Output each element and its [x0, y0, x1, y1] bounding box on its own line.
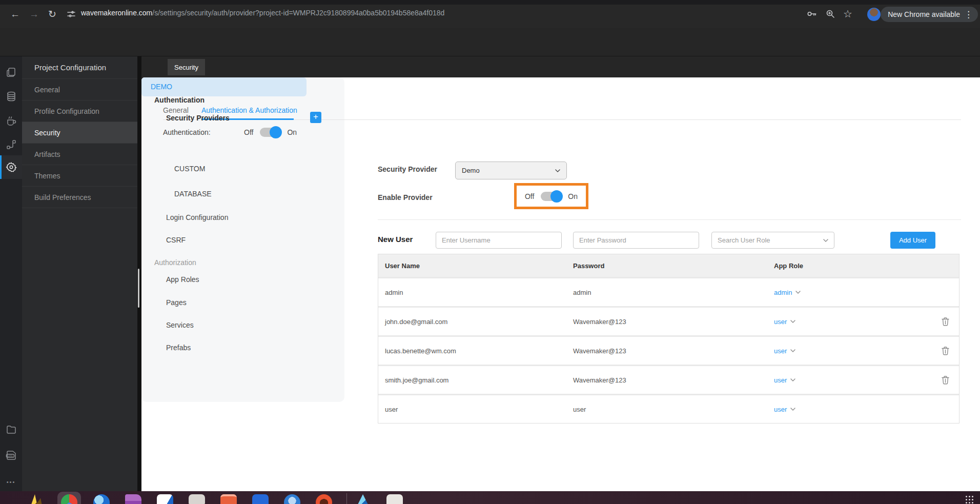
- col-app-role: App Role: [768, 262, 911, 270]
- rhythmbox-icon[interactable]: [189, 494, 205, 504]
- provider-item-demo[interactable]: DEMO: [141, 77, 307, 96]
- prefabs-item[interactable]: Prefabs: [166, 344, 191, 352]
- url-path: /s/settings/security/auth/provider?proje…: [152, 9, 444, 17]
- screen: ← → ↻ wavemakeronline.com/s/settings/sec…: [0, 0, 980, 504]
- help-icon[interactable]: [284, 494, 300, 504]
- gimp-icon[interactable]: [27, 494, 43, 504]
- security-settings-panel: General Authentication & Authorization A…: [141, 77, 980, 504]
- passwords-key-icon[interactable]: [807, 10, 817, 18]
- connectors-icon[interactable]: [0, 133, 22, 156]
- delete-user-icon[interactable]: [941, 375, 950, 385]
- log-file-icon[interactable]: LOG: [0, 443, 22, 467]
- show-apps-icon[interactable]: [966, 496, 974, 504]
- new-user-label: New User: [378, 235, 413, 244]
- add-provider-button[interactable]: +: [310, 112, 321, 123]
- authentication-on-label: On: [287, 128, 297, 136]
- sidebar-item-themes[interactable]: Themes: [22, 165, 137, 187]
- settings-gear-icon[interactable]: [0, 155, 22, 179]
- security-providers-label: Security Providers: [166, 114, 230, 122]
- browser-reload-icon[interactable]: ↻: [48, 9, 56, 19]
- chevron-down-icon: [823, 239, 828, 242]
- table-row-lucas-benette: lucas.benette@wm.com Wavemaker@123 user: [378, 337, 959, 365]
- sidebar-item-profile-configuration[interactable]: Profile Configuration: [22, 100, 137, 122]
- delete-user-icon[interactable]: [941, 346, 950, 355]
- cell-role-dropdown[interactable]: admin: [768, 289, 911, 296]
- cell-role-dropdown[interactable]: user: [768, 318, 911, 326]
- os-taskbar: [0, 491, 980, 504]
- provider-item-database[interactable]: DATABASE: [174, 190, 212, 198]
- app-roles-item[interactable]: App Roles: [166, 275, 199, 284]
- form-divider: [378, 219, 961, 220]
- zoom-search-icon[interactable]: [826, 9, 835, 18]
- sidebar-scrollbar[interactable]: [138, 269, 139, 308]
- java-services-icon[interactable]: [0, 109, 22, 132]
- security-provider-select[interactable]: Demo: [455, 162, 567, 179]
- mascot-icon[interactable]: [316, 494, 332, 504]
- services-item[interactable]: Services: [166, 321, 194, 329]
- sidebar-item-build-preferences[interactable]: Build Preferences: [22, 187, 137, 208]
- browser-chrome: ← → ↻ wavemakeronline.com/s/settings/sec…: [0, 0, 980, 28]
- files-icon[interactable]: [125, 494, 141, 504]
- security-page-tab[interactable]: Security: [168, 59, 205, 75]
- site-info-tune-icon[interactable]: [67, 10, 76, 19]
- studio-toolbar: BrightBank_RN Pr... Recent Items ▷: [0, 28, 980, 56]
- tab-authentication-authorization[interactable]: Authentication & Authorization: [201, 106, 297, 114]
- svg-text:LOG: LOG: [8, 455, 13, 457]
- enable-provider-toggle[interactable]: [541, 192, 561, 201]
- icon-rail: LOG •••: [0, 56, 22, 504]
- password-input[interactable]: [573, 232, 699, 249]
- cell-username: smith.joe@gmail.com: [378, 376, 573, 384]
- docs-icon[interactable]: [252, 494, 269, 504]
- writer-icon[interactable]: [157, 494, 173, 504]
- col-user-name: User Name: [378, 262, 573, 270]
- login-configuration-item[interactable]: Login Configuration: [166, 213, 228, 221]
- security-page-tab-label: Security: [174, 64, 198, 71]
- app-center-icon[interactable]: [220, 494, 237, 504]
- cell-username: lucas.benette@wm.com: [378, 347, 573, 355]
- username-input[interactable]: [436, 232, 562, 249]
- rail-more-icon[interactable]: •••: [0, 470, 22, 494]
- pages-item[interactable]: Pages: [166, 298, 187, 307]
- sidebar-item-general[interactable]: General: [22, 79, 137, 100]
- add-user-button[interactable]: Add User: [890, 232, 935, 249]
- users-table: User Name Password App Role admin admin …: [378, 254, 959, 424]
- table-row-smith-joe: smith.joe@gmail.com Wavemaker@123 user: [378, 366, 959, 394]
- browser-forward-icon[interactable]: →: [29, 9, 39, 19]
- delete-user-icon[interactable]: [941, 317, 950, 326]
- auth-nav-panel: Authentication Security Providers + DEMO…: [141, 77, 344, 402]
- csrf-item[interactable]: CSRF: [166, 236, 186, 244]
- browser-back-icon[interactable]: ←: [10, 9, 20, 19]
- sidebar-item-security[interactable]: Security: [22, 122, 137, 144]
- sidebar-item-artifacts[interactable]: Artifacts: [22, 144, 137, 165]
- authentication-toggle[interactable]: [260, 128, 280, 137]
- cell-username: user: [378, 406, 573, 413]
- cell-password: Wavemaker@123: [573, 376, 768, 384]
- authentication-off-label: Off: [244, 128, 253, 136]
- cell-password: user: [573, 406, 768, 413]
- thunderbird-icon[interactable]: [93, 494, 110, 504]
- chrome-update-pill[interactable]: New Chrome available ⋮: [881, 7, 978, 22]
- cell-role-dropdown[interactable]: user: [768, 376, 911, 384]
- folder-icon[interactable]: [0, 418, 22, 441]
- enable-provider-label: Enable Provider: [378, 193, 433, 201]
- authentication-toggle-row: Authentication: Off On: [163, 128, 297, 137]
- col-password: Password: [573, 262, 768, 270]
- user-role-select[interactable]: Search User Role: [711, 232, 834, 249]
- provider-item-custom[interactable]: CUSTOM: [174, 165, 205, 173]
- database-icon[interactable]: [0, 85, 22, 108]
- tab-general[interactable]: General: [163, 106, 189, 114]
- cell-password: Wavemaker@123: [573, 347, 768, 355]
- plus-icon: +: [313, 112, 318, 122]
- bookmark-star-icon[interactable]: ☆: [843, 9, 852, 19]
- browser-profile-avatar[interactable]: [867, 8, 881, 21]
- security-provider-value: Demo: [462, 167, 480, 174]
- table-row-user: user user user: [378, 395, 959, 423]
- cell-role-dropdown[interactable]: user: [768, 347, 911, 355]
- browser-menu-kebab-icon[interactable]: ⋮: [964, 9, 973, 20]
- provider-demo-label: DEMO: [151, 83, 172, 91]
- keyboard-icon[interactable]: [386, 494, 403, 504]
- prism-icon[interactable]: [355, 494, 371, 504]
- pages-icon[interactable]: [0, 61, 22, 84]
- url-bar[interactable]: wavemakeronline.com/s/settings/security/…: [81, 9, 444, 17]
- cell-role-dropdown[interactable]: user: [768, 406, 911, 413]
